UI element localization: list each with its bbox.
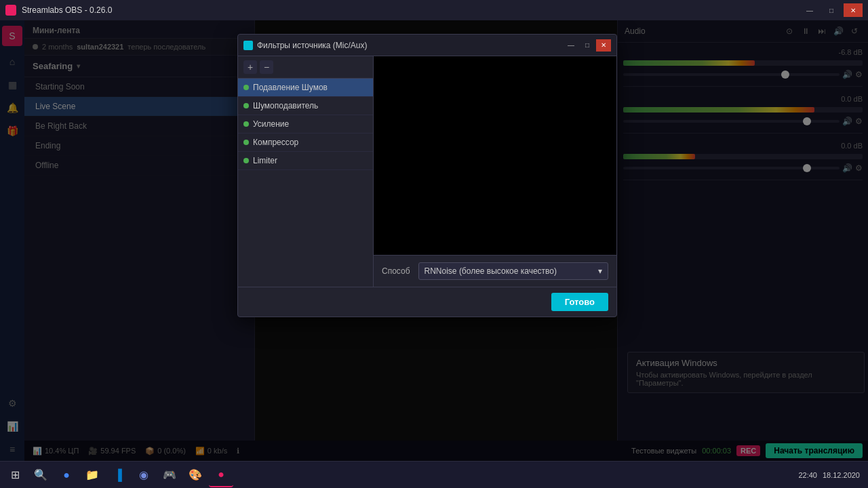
taskbar-start-button[interactable]: ⊞ — [3, 463, 27, 487]
filter-list-panel: + − Подавление Шумов Шумоподавитель Усил… — [238, 56, 374, 287]
remove-filter-button[interactable]: − — [260, 60, 273, 74]
windows-taskbar: ⊞ 🔍 ● 📁 ▐ ◉ 🎮 🎨 ● 22:40 18.12.2020 — [0, 461, 868, 488]
filter-item-limiter[interactable]: Limiter — [238, 152, 373, 170]
filter-window: Фильтры источника (Mic/Aux) — □ ✕ + − По… — [237, 34, 617, 317]
taskbar-vscode-icon[interactable]: ▐ — [106, 463, 130, 487]
maximize-button[interactable]: □ — [822, 3, 841, 17]
filter-enabled-dot-3 — [243, 121, 249, 127]
filter-item-gain[interactable]: Усиление — [238, 115, 373, 134]
filter-enabled-dot — [243, 85, 249, 90]
filter-window-title: Фильтры источника (Mic/Aux) — [257, 41, 368, 50]
filter-enabled-dot-5 — [243, 158, 249, 163]
taskbar-right: 22:40 18.12.2020 — [798, 471, 865, 479]
taskbar-chrome-icon[interactable]: ● — [54, 463, 79, 487]
filter-enabled-dot-4 — [243, 140, 249, 145]
filter-items: Подавление Шумов Шумоподавитель Усиление… — [238, 79, 373, 287]
filter-method-select[interactable]: RNNoise (более высокое качество) ▾ — [418, 262, 608, 280]
filter-close-button[interactable]: ✕ — [596, 39, 611, 52]
filter-method-row: Способ RNNoise (более высокое качество) … — [374, 255, 616, 287]
filter-body: + − Подавление Шумов Шумоподавитель Усил… — [238, 56, 616, 287]
taskbar-time: 22:40 — [798, 471, 817, 479]
filter-item-noise-gate[interactable]: Шумоподавитель — [238, 97, 373, 115]
taskbar-steam-icon[interactable]: 🎮 — [157, 463, 182, 487]
filter-footer: Готово — [238, 287, 616, 317]
filter-enabled-dot-2 — [243, 103, 249, 108]
add-filter-button[interactable]: + — [243, 60, 257, 74]
taskbar-paint-icon[interactable]: 🎨 — [183, 463, 208, 487]
filter-titlebar-left: Фильтры источника (Mic/Aux) — [243, 41, 368, 50]
filter-list-controls: + − — [238, 56, 373, 79]
filter-item-label-2: Шумоподавитель — [253, 101, 318, 110]
taskbar-explorer-icon[interactable]: 📁 — [80, 463, 104, 487]
filter-titlebar: Фильтры источника (Mic/Aux) — □ ✕ — [238, 35, 616, 56]
filter-maximize-button[interactable]: □ — [580, 39, 595, 52]
title-bar: Streamlabs OBS - 0.26.0 — □ ✕ — [0, 0, 868, 20]
title-bar-left: Streamlabs OBS - 0.26.0 — [5, 5, 112, 16]
title-bar-controls: — □ ✕ — [800, 3, 863, 17]
filter-minimize-button[interactable]: — — [564, 39, 578, 52]
filter-window-controls: — □ ✕ — [564, 39, 611, 52]
filter-item-noise-suppression[interactable]: Подавление Шумов — [238, 79, 373, 97]
filter-item-label-4: Компрессор — [253, 138, 298, 147]
app-icon — [5, 5, 16, 16]
filter-item-label-5: Limiter — [253, 156, 277, 165]
filter-item-label: Подавление Шумов — [253, 83, 328, 92]
window-title: Streamlabs OBS - 0.26.0 — [22, 5, 112, 15]
minimize-button[interactable]: — — [800, 3, 819, 17]
done-button[interactable]: Готово — [551, 293, 608, 311]
filter-method-label: Способ — [382, 266, 410, 276]
filter-settings-panel: Способ RNNoise (более высокое качество) … — [374, 56, 616, 287]
filter-item-label-3: Усиление — [253, 119, 289, 129]
taskbar-date: 18.12.2020 — [823, 471, 860, 479]
filter-preview-area — [374, 56, 616, 255]
filter-window-icon — [243, 41, 253, 50]
taskbar-discord-icon[interactable]: ◉ — [132, 463, 156, 487]
taskbar-obs-active-icon[interactable]: ● — [209, 463, 233, 487]
taskbar-search-button[interactable]: 🔍 — [28, 463, 53, 487]
dropdown-arrow-icon: ▾ — [598, 266, 602, 276]
close-button[interactable]: ✕ — [844, 3, 863, 17]
filter-item-compressor[interactable]: Компрессор — [238, 134, 373, 152]
